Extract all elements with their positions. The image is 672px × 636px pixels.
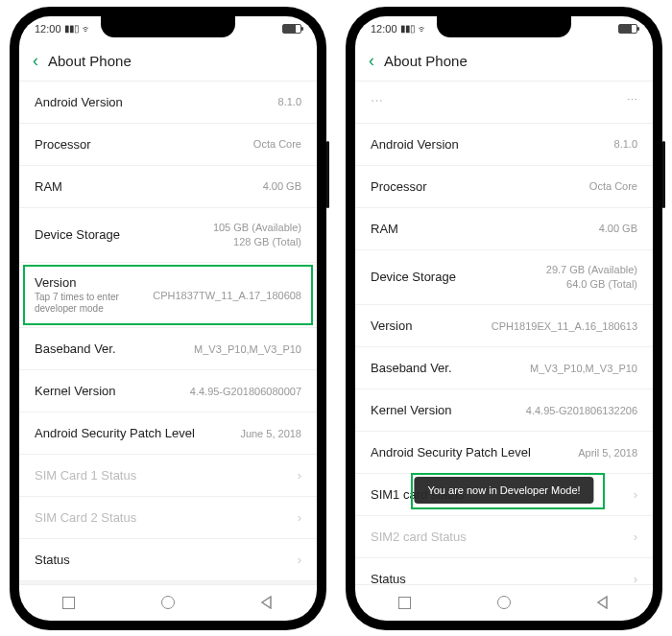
notch	[101, 16, 235, 37]
list-item[interactable]: Status›	[355, 558, 653, 583]
list-item[interactable]: ProcessorOcta Core	[355, 166, 653, 208]
row-value: 4.4.95-G201806080007	[190, 386, 301, 397]
row-label: SIM2 card Status	[371, 530, 467, 544]
list-item[interactable]: Android Security Patch LevelApril 5, 201…	[355, 432, 653, 474]
row-label: Baseband Ver.	[371, 361, 452, 375]
list-item[interactable]: RAM4.00 GB	[19, 166, 317, 208]
chevron-right-icon: ›	[298, 510, 301, 525]
partial-label: ⋯	[371, 93, 383, 107]
chevron-right-icon: ›	[634, 572, 637, 583]
nav-back[interactable]	[258, 594, 276, 611]
row-label: Android Version	[35, 95, 123, 109]
wifi-icon: ᯤ	[82, 23, 92, 35]
nav-home[interactable]	[159, 594, 177, 611]
row-value: 4.4.95-G201806132206	[526, 405, 637, 416]
page-title: About Phone	[384, 53, 468, 69]
screen-right: 12:00 ▮▮▯ ᯤ ‹ About Phone ⋯ ⋯ Android Ve…	[355, 16, 653, 621]
row-label: Processor	[371, 179, 427, 194]
chevron-right-icon: ›	[634, 530, 637, 544]
list-item[interactable]: Status›	[19, 539, 317, 581]
row-value: June 5, 2018	[240, 428, 301, 439]
row-sublabel: Tap 7 times to enter developer mode	[35, 292, 153, 315]
row-value: Octa Core	[589, 180, 637, 192]
row-label: RAM	[371, 222, 398, 236]
status-time: 12:00	[35, 23, 61, 35]
row-value: 4.00 GB	[263, 180, 301, 192]
row-label: Processor	[35, 137, 91, 152]
nav-bar	[355, 584, 653, 621]
status-time: 12:00	[371, 23, 397, 35]
phone-left: 12:00 ▮▮▯ ᯤ ‹ About Phone Android Versio…	[10, 7, 326, 630]
row-label: Kernel Version	[35, 384, 116, 398]
row-value: CPH1837TW_11_A.17_180608	[153, 290, 301, 301]
row-value: 105 GB (Available)128 GB (Total)	[213, 221, 301, 250]
screen-left: 12:00 ▮▮▯ ᯤ ‹ About Phone Android Versio…	[19, 16, 317, 621]
list-item[interactable]: Device Storage29.7 GB (Available)64.0 GB…	[355, 250, 653, 306]
nav-back[interactable]	[594, 594, 612, 611]
wifi-icon: ᯤ	[418, 23, 428, 35]
row-value: 29.7 GB (Available)64.0 GB (Total)	[546, 263, 637, 293]
nav-recent[interactable]	[396, 594, 414, 611]
chevron-right-icon: ›	[298, 553, 301, 567]
list-item-partial[interactable]: ⋯ ⋯	[355, 82, 653, 124]
list-item[interactable]: SIM2 card Status›	[355, 516, 653, 558]
list-item[interactable]: Baseband Ver.M_V3_P10,M_V3_P10	[355, 347, 653, 389]
list-item[interactable]: RAM4.00 GB	[355, 208, 653, 250]
list-item[interactable]: Kernel Version4.4.95-G201806080007	[19, 370, 317, 412]
list-item[interactable]: ProcessorOcta Core	[19, 124, 317, 166]
list-item[interactable]: Device Storage105 GB (Available)128 GB (…	[19, 208, 317, 264]
chevron-right-icon: ›	[298, 468, 301, 483]
row-label: SIM Card 1 Status	[35, 468, 136, 483]
page-title: About Phone	[48, 53, 132, 69]
row-label: Android Security Patch Level	[35, 426, 195, 440]
row-label: Android Security Patch Level	[371, 445, 531, 459]
list-item[interactable]: SIM Card 1 Status›	[19, 455, 317, 497]
list-item[interactable]: VersionTap 7 times to enter developer mo…	[19, 263, 317, 328]
row-value: M_V3_P10,M_V3_P10	[530, 363, 637, 374]
cellular-icon: ▮▮▯	[64, 23, 79, 34]
settings-list-left[interactable]: Android Version8.1.0ProcessorOcta CoreRA…	[19, 82, 317, 584]
row-label: Version	[371, 318, 412, 333]
header: ‹ About Phone	[19, 41, 317, 82]
back-button[interactable]: ‹	[33, 51, 38, 71]
row-label: Status	[35, 553, 70, 567]
list-item[interactable]: Baseband Ver.M_V3_P10,M_V3_P10	[19, 328, 317, 370]
row-value: M_V3_P10,M_V3_P10	[194, 343, 301, 355]
row-value: 8.1.0	[278, 96, 301, 107]
list-item[interactable]: Android Security Patch LevelJune 5, 2018	[19, 412, 317, 455]
list-item[interactable]: Kernel Version4.4.95-G201806132206	[355, 389, 653, 432]
row-label: Device Storage	[371, 270, 456, 284]
row-label: Device Storage	[35, 227, 120, 242]
battery-icon	[282, 24, 301, 34]
cellular-icon: ▮▮▯	[400, 23, 415, 34]
row-label: Baseband Ver.	[35, 342, 116, 356]
row-value: Octa Core	[253, 138, 301, 150]
list-item[interactable]: Android Version8.1.0	[19, 82, 317, 124]
row-value: April 5, 2018	[578, 447, 637, 459]
row-label: RAM	[35, 179, 62, 194]
row-label: SIM Card 2 Status	[35, 510, 136, 525]
list-item[interactable]: VersionCPH1819EX_11_A.16_180613	[355, 305, 653, 347]
back-button[interactable]: ‹	[369, 51, 374, 71]
nav-recent[interactable]	[60, 594, 78, 611]
list-item[interactable]: Android Version8.1.0	[355, 124, 653, 166]
developer-mode-toast: You are now in Developer Mode!	[414, 477, 593, 504]
row-label: Android Version	[371, 137, 459, 152]
list-item[interactable]: SIM Card 2 Status›	[19, 497, 317, 539]
partial-value: ⋯	[627, 94, 637, 106]
header: ‹ About Phone	[355, 41, 653, 82]
row-label: Kernel Version	[371, 403, 452, 417]
row-label: Status	[371, 572, 406, 583]
nav-bar	[19, 584, 317, 621]
chevron-right-icon: ›	[634, 487, 637, 502]
row-value: 8.1.0	[614, 138, 637, 150]
notch	[437, 16, 571, 37]
battery-icon	[618, 24, 637, 34]
phone-right: 12:00 ▮▮▯ ᯤ ‹ About Phone ⋯ ⋯ Android Ve…	[346, 7, 662, 630]
settings-list-right[interactable]: ⋯ ⋯ Android Version8.1.0ProcessorOcta Co…	[355, 82, 653, 584]
row-value: CPH1819EX_11_A.16_180613	[492, 320, 637, 332]
row-label: Version	[35, 275, 153, 290]
nav-home[interactable]	[495, 594, 513, 611]
row-value: 4.00 GB	[599, 223, 637, 234]
